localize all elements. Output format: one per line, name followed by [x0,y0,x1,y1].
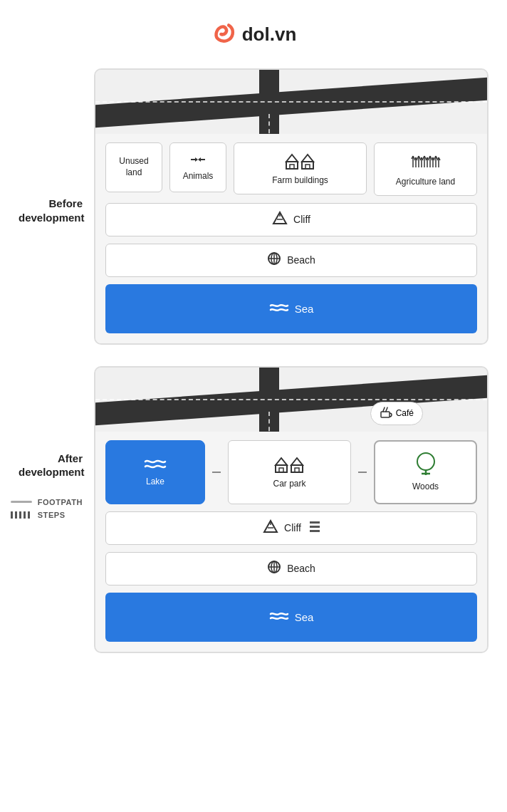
svg-marker-3 [198,157,201,162]
before-cliff-row: Cliff [105,203,477,236]
cafe-label: Café [396,408,414,418]
woods-label: Woods [412,482,439,493]
farm-buildings-icon [283,150,318,172]
logo-text: dol.vn [242,24,297,46]
svg-marker-48 [276,458,287,465]
beach-label-before: Beach [287,254,315,266]
before-sea-row: Sea [105,284,477,333]
before-label: Beforedevelopment [19,68,83,224]
svg-marker-1 [195,157,198,162]
steps-icon [11,511,32,519]
car-park-box: Car park [228,440,351,504]
cliff-label-after: Cliff [284,522,301,533]
road-dashes-horizontal [95,101,487,103]
logo: dol.vn [211,21,297,47]
connector-line-1 [212,472,221,473]
lake-label: Lake [146,477,164,488]
cliff-icon-before [272,211,288,229]
after-diagram-box: Café Lake [94,366,488,653]
after-landmark-row: Lake [105,440,477,504]
after-road-area: Café [95,368,487,432]
legend-footpath: FOOTPATH [11,498,83,506]
after-cliff-row: Cliff [105,511,477,545]
agriculture-land-label: Agriculture land [396,177,455,188]
before-beach-row: Beach [105,244,477,277]
sea-label-before: Sea [295,303,314,315]
svg-rect-5 [286,162,298,169]
after-label: Afterdevelopment [19,366,83,479]
lake-box: Lake [105,440,205,504]
before-content-area: Unused land Animals [95,134,487,343]
connector-lake-carpark [212,472,221,473]
steps-block [310,521,320,534]
animals-box: Animals [169,142,226,192]
svg-rect-49 [276,465,287,472]
road-dashes-vertical [268,114,270,134]
before-road-area [95,70,487,134]
footpath-label: FOOTPATH [38,498,83,506]
sea-icon-before [269,300,289,318]
beach-icon-after [267,560,281,578]
farm-buildings-box: Farm buildings [234,142,367,194]
after-development-row: Afterdevelopment FOOTPATH STEPS [19,366,488,653]
footpath-line [11,501,32,503]
car-park-icon [273,454,307,476]
unused-land-box: Unused land [105,142,162,192]
svg-marker-7 [302,155,313,162]
animals-icon [189,153,207,168]
after-road-dashes-h [95,399,487,400]
after-content-area: Lake [95,432,487,652]
animals-label: Animals [183,171,214,182]
before-diagram-box: Unused land Animals [94,68,488,345]
steps-label: STEPS [38,511,66,519]
agriculture-land-box: Agriculture land [374,142,477,196]
woods-box: Woods [374,440,477,504]
diagrams-wrapper: Beforedevelopment Unused land [19,68,488,653]
before-landmark-row: Unused land Animals [105,142,477,196]
svg-rect-47 [381,412,390,417]
sea-icon-after [269,608,289,626]
svg-point-54 [417,453,434,470]
before-development-row: Beforedevelopment Unused land [19,68,488,345]
svg-marker-51 [291,458,303,465]
beach-icon-before [267,251,281,269]
logo-icon [211,21,236,47]
car-park-label: Car park [273,479,305,490]
cliff-icon-after [263,519,278,537]
unused-land-label: Unused land [112,156,156,178]
after-road-dashes-v [268,412,270,432]
cliff-label-before: Cliff [293,214,310,225]
road-horizontal [95,77,487,128]
svg-rect-52 [291,465,303,472]
sea-label-after: Sea [295,611,314,623]
connector-carpark-woods [358,472,367,473]
connector-line-2 [358,472,367,473]
svg-marker-4 [286,155,298,162]
agriculture-icon [409,150,443,174]
after-beach-row: Beach [105,552,477,585]
after-road-horizontal [95,375,487,426]
beach-label-after: Beach [287,563,315,574]
svg-rect-8 [302,162,313,169]
lake-icon [144,456,167,474]
legend-section: FOOTPATH STEPS [11,498,83,519]
woods-icon [413,451,439,479]
farm-buildings-label: Farm buildings [272,175,328,187]
cafe-icon [380,406,392,421]
legend-steps: STEPS [11,511,83,519]
cafe-box: Café [370,402,423,425]
after-sea-row: Sea [105,593,477,642]
